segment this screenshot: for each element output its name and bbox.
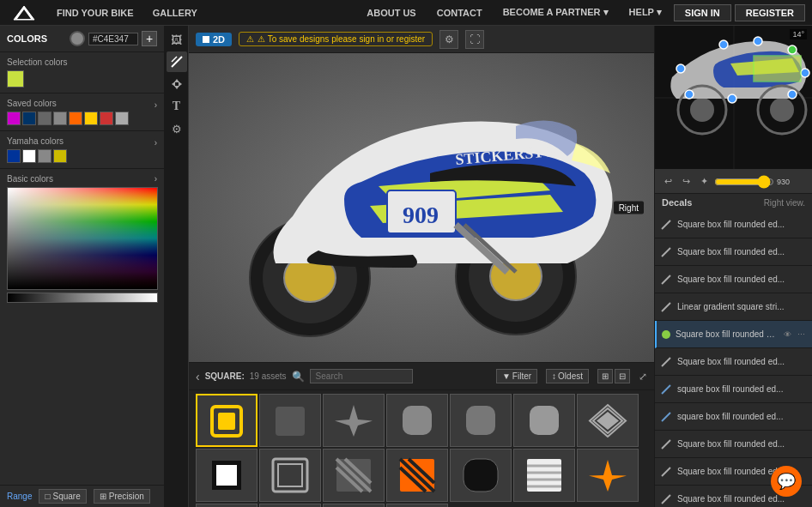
svg-marker-47 [589, 460, 627, 492]
basic-colors-expand[interactable]: › [155, 174, 157, 184]
undo-button[interactable]: ↩ [660, 174, 676, 190]
nav-links-left: FIND YOUR BIKE GALLERY [48, 0, 358, 26]
text-tool-button[interactable]: T [167, 96, 187, 117]
yamaha-swatch-1[interactable] [22, 149, 36, 163]
sort-label: Oldest [558, 371, 583, 381]
fullscreen-icon-btn[interactable]: ⛶ [465, 30, 484, 49]
grid-view-small[interactable]: ⊞ [597, 369, 613, 383]
asset-item-3[interactable] [386, 394, 448, 447]
saved-swatch-5[interactable] [84, 112, 98, 125]
nav-become-partner[interactable]: BECOME A PARTNER ▾ [494, 0, 617, 26]
precision-button[interactable]: ⊞ Precision [94, 489, 150, 504]
asset-item-7[interactable] [196, 449, 258, 502]
expand-assets-button[interactable]: ⤢ [639, 371, 647, 383]
nav-help[interactable]: HELP ▾ [621, 0, 670, 26]
assets-title-text: SQUARE: [205, 371, 245, 381]
save-warning-banner[interactable]: ⚠ ⚠ To save designs please sign in or re… [239, 32, 433, 46]
register-button[interactable]: REGISTER [735, 4, 805, 21]
asset-item-0[interactable] [196, 394, 258, 447]
saved-swatch-4[interactable] [69, 112, 82, 125]
saved-colors-expand[interactable]: › [155, 100, 157, 110]
sort-button[interactable]: ↕ Oldest [546, 369, 589, 383]
decal-item-1[interactable]: Square box fill rounded ed... [655, 238, 812, 266]
saved-swatch-6[interactable] [100, 112, 113, 125]
decal-pen-icon-5 [660, 356, 672, 368]
asset-item-6[interactable] [577, 394, 639, 447]
decal-item-0[interactable]: Square box fill rounded ed... [655, 211, 812, 238]
nav-gallery[interactable]: GALLERY [144, 0, 206, 26]
yamaha-colors-expand[interactable]: › [155, 138, 157, 148]
asset-item-5[interactable] [513, 394, 575, 447]
assets-grid [189, 390, 654, 507]
asset-item-15[interactable] [259, 504, 321, 507]
saved-swatch-1[interactable] [22, 112, 36, 125]
opacity-slider[interactable] [714, 175, 774, 189]
svg-point-68 [788, 90, 797, 99]
asset-item-16[interactable] [323, 504, 385, 507]
decal-item-6[interactable]: square box fill rounded ed... [655, 376, 812, 403]
decal-action-eye-4[interactable]: 👁 [781, 329, 793, 341]
assets-search-input[interactable] [310, 369, 413, 383]
color-circle-swatch[interactable] [70, 31, 85, 46]
settings-tool-button[interactable]: ⚙ [167, 118, 187, 139]
svg-point-66 [788, 45, 797, 54]
asset-item-13[interactable] [577, 449, 639, 502]
asset-item-4[interactable] [450, 394, 512, 447]
chat-bubble-button[interactable]: 💬 [771, 466, 802, 497]
minimap[interactable]: 14° [655, 26, 812, 170]
svg-line-76 [662, 358, 670, 366]
view-2d-button[interactable]: 2D [196, 33, 232, 46]
square-button[interactable]: □ Square [39, 489, 86, 504]
decal-item-7[interactable]: square box fill rounded ed... [655, 403, 812, 431]
nav-contact[interactable]: CONTACT [428, 0, 491, 26]
decal-item-4[interactable]: Square box fill rounded ed... 👁 ⋯ [655, 321, 812, 348]
yamaha-swatch-2[interactable] [38, 149, 52, 163]
bottom-tools: Range □ Square ⊞ Precision [0, 485, 164, 507]
saved-swatch-7[interactable] [115, 112, 129, 125]
asset-item-9[interactable] [323, 449, 385, 502]
move-tool-button[interactable] [167, 74, 187, 94]
settings-icon-btn[interactable]: ⚙ [439, 30, 458, 49]
add-color-button[interactable]: + [142, 31, 157, 46]
nav-about-us[interactable]: ABOUT US [358, 0, 424, 26]
decal-item-2[interactable]: Square box fill rounded ed... [655, 266, 812, 293]
draw-tool-button[interactable] [167, 51, 187, 72]
nav-find-your-bike[interactable]: FIND YOUR BIKE [48, 0, 142, 26]
range-link[interactable]: Range [7, 492, 32, 501]
asset-item-2[interactable] [323, 394, 385, 447]
motorcycle-canvas[interactable]: 909 STICKERSTOKE Right [189, 53, 654, 362]
nav-links-right: ABOUT US CONTACT BECOME A PARTNER ▾ HELP… [358, 0, 805, 26]
saved-swatch-0[interactable] [7, 112, 21, 125]
selection-swatch-0[interactable] [7, 70, 24, 88]
assets-back-button[interactable]: ‹ [196, 370, 200, 383]
decal-item-5[interactable]: Square box fill rounded ed... [655, 348, 812, 376]
filter-button[interactable]: ▼ Filter [496, 369, 537, 383]
asset-item-12[interactable] [513, 449, 575, 502]
precision-label: Precision [109, 492, 144, 501]
asset-item-17[interactable] [386, 504, 448, 507]
decal-pen-icon-2 [660, 274, 672, 286]
asset-item-14[interactable] [196, 504, 258, 507]
asset-item-8[interactable] [259, 449, 321, 502]
transform-button[interactable]: ✦ [696, 174, 712, 190]
asset-item-11[interactable] [450, 449, 512, 502]
decal-item-3[interactable]: Linear gradient square stri... [655, 293, 812, 321]
filter-label: Filter [512, 371, 531, 381]
color-gradient-picker[interactable] [7, 187, 158, 290]
saved-swatch-2[interactable] [38, 112, 52, 125]
redo-button[interactable]: ↪ [678, 174, 694, 190]
asset-item-1[interactable] [259, 394, 321, 447]
asset-item-10[interactable] [386, 449, 448, 502]
yamaha-swatch-3[interactable] [53, 149, 67, 163]
yamaha-swatch-0[interactable] [7, 149, 21, 163]
decal-item-8[interactable]: Square box fill rounded ed... [655, 431, 812, 458]
gray-bar-slider[interactable] [7, 293, 158, 303]
grid-view-large[interactable]: ⊟ [615, 369, 630, 383]
image-tool-button[interactable]: 🖼 [167, 29, 187, 50]
sign-in-button[interactable]: SIGN IN [674, 4, 731, 21]
svg-line-73 [662, 248, 670, 257]
decal-action-more-4[interactable]: ⋯ [795, 329, 807, 341]
logo[interactable] [7, 4, 41, 21]
saved-swatch-3[interactable] [53, 112, 67, 125]
color-hex-input[interactable] [88, 33, 138, 45]
